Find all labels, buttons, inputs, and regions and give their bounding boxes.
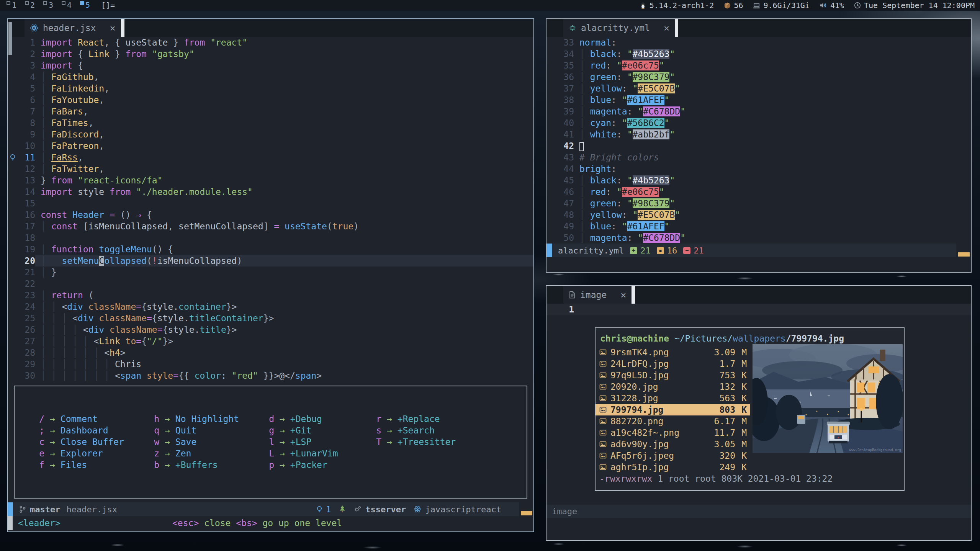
- file-size: 249: [719, 461, 735, 473]
- code-line[interactable]: 43 # Bright colors: [546, 152, 971, 163]
- code-line[interactable]: 15: [8, 198, 533, 209]
- code-line[interactable]: 40 │ cyan: "#56B6C2": [546, 117, 971, 129]
- close-icon[interactable]: ×: [620, 289, 626, 301]
- file-row[interactable]: 97q9L5D.jpg 753 K: [596, 370, 750, 381]
- workspace-button[interactable]: 1: [3, 0, 21, 11]
- file-row[interactable]: a19c482f~.png 11.7 M: [596, 427, 750, 438]
- code-line[interactable]: 36 │ green: "#98C379": [546, 71, 971, 83]
- code-line[interactable]: 11 │ FaRss,: [8, 152, 533, 163]
- code-line[interactable]: 41 │ white: "#abb2bf": [546, 129, 971, 140]
- react-icon: [30, 24, 38, 32]
- code-line[interactable]: 16 const Header = () ⇒ {: [8, 209, 533, 221]
- whichkey-label: Comment: [61, 414, 98, 424]
- close-icon[interactable]: ×: [110, 23, 115, 34]
- code-line[interactable]: 6 │ FaYoutube,: [8, 94, 533, 106]
- code-line[interactable]: 33 normal:: [546, 37, 971, 48]
- code-line[interactable]: 45 │ black: "#4b5263": [546, 175, 971, 186]
- code-line[interactable]: 9 │ FaDiscord,: [8, 129, 533, 140]
- code-line[interactable]: 24 │ │ <div className={style.container}>: [8, 301, 533, 312]
- statusbar-module-text: Tue September 14 12:00PM: [864, 1, 975, 10]
- file-row[interactable]: 20920.jpg 132 K: [596, 381, 750, 392]
- line-number: 13: [18, 175, 35, 186]
- statusbar-module[interactable]: 5.14.2-arch1-2: [640, 1, 714, 10]
- code-line[interactable]: 1: [546, 304, 971, 315]
- close-icon[interactable]: ×: [664, 23, 669, 34]
- svg-text:www.DesktopBackground.org: www.DesktopBackground.org: [849, 448, 901, 452]
- file-row[interactable]: 882720.png 6.17 M: [596, 415, 750, 427]
- code-line[interactable]: 34 │ black: "#4b5263": [546, 48, 971, 60]
- code-line[interactable]: 47 │ green: "#98C379": [546, 198, 971, 209]
- code-line[interactable]: 1 import React, { useState } from "react…: [8, 37, 533, 48]
- code-line[interactable]: 14 import style from "./header.module.le…: [8, 186, 533, 198]
- workspace-button[interactable]: 3: [40, 0, 58, 11]
- code-line[interactable]: 39 │ magenta: "#C678DD": [546, 106, 971, 117]
- whichkey-entry: l → +LSP: [264, 436, 338, 448]
- code-line[interactable]: 38 │ blue: "#61AFEF": [546, 94, 971, 106]
- line-text: bright:: [574, 163, 971, 175]
- code-line[interactable]: 8 │ FaTimes,: [8, 117, 533, 129]
- code-line[interactable]: 46 │ red: "#e06c75": [546, 186, 971, 198]
- code-line[interactable]: 50 │ magenta: "#C678DD": [546, 232, 971, 244]
- statusbar-module[interactable]: Tue September 14 12:00PM: [854, 1, 975, 10]
- code-line[interactable]: 48 │ yellow: "#E5C07B": [546, 209, 971, 221]
- file-row[interactable]: 799794.jpg 803 K: [596, 404, 750, 415]
- package-icon: [724, 2, 731, 9]
- file-row[interactable]: 9rsmTK4.png 3.09 M: [596, 347, 750, 358]
- code-line[interactable]: 10 │ FaPatreon,: [8, 140, 533, 152]
- code-line[interactable]: 35 │ red: "#e06c75": [546, 60, 971, 71]
- line-text: import {: [35, 60, 533, 71]
- code-line[interactable]: 17 │ const [isMenuCollapsed, setMenuColl…: [8, 221, 533, 232]
- workspace-button[interactable]: 5: [77, 0, 95, 11]
- file-row[interactable]: AFq5r6j.jpeg 320 K: [596, 450, 750, 461]
- code-line[interactable]: 25 │ │ │ <div className={style.titleCont…: [8, 312, 533, 324]
- code-line[interactable]: 26 │ │ │ │ <div className={style.title}>: [8, 324, 533, 335]
- code-line[interactable]: 7 │ FaBars,: [8, 106, 533, 117]
- code-line[interactable]: 18: [8, 232, 533, 244]
- file-size: 11.7: [714, 427, 735, 438]
- tabline: image ×: [546, 286, 971, 304]
- code-line[interactable]: 4 │ FaGithub,: [8, 71, 533, 83]
- code-line[interactable]: 2 import { Link } from "gatsby": [8, 48, 533, 60]
- tab-header-jsx[interactable]: header.jsx ×: [25, 19, 121, 37]
- file-size-unit: M: [735, 415, 747, 427]
- arrow-right-icon: →: [387, 425, 392, 435]
- code-line[interactable]: 44 bright:: [546, 163, 971, 175]
- code-line[interactable]: 12 │ FaTwitter,: [8, 163, 533, 175]
- line-number: 1: [18, 37, 35, 48]
- code-line[interactable]: 13 } from "react-icons/fa": [8, 175, 533, 186]
- code-line[interactable]: 3 import {: [8, 60, 533, 71]
- workspace-button[interactable]: 4: [58, 0, 77, 11]
- code-line[interactable]: 5 │ FaLinkedin,: [8, 83, 533, 94]
- code-line[interactable]: 27 │ │ │ │ │ <Link to={"/"}>: [8, 335, 533, 347]
- file-row[interactable]: 31228.jpg 563 K: [596, 392, 750, 404]
- code-line[interactable]: 28 │ │ │ │ │ │ <h4>: [8, 347, 533, 358]
- code-line[interactable]: 22: [8, 278, 533, 289]
- workspace-button[interactable]: 2: [21, 0, 40, 11]
- file-row[interactable]: 24LrDFQ.jpg 1.7 M: [596, 358, 750, 370]
- whichkey-key: ;: [34, 425, 44, 435]
- file-row[interactable]: aghr5Ip.jpg 249 K: [596, 461, 750, 473]
- code-line[interactable]: 21 │ }: [8, 267, 533, 278]
- code-line[interactable]: 20 │ setMenuCollapsed(!isMenuCollapsed): [8, 255, 533, 267]
- code-line[interactable]: 19 │ function toggleMenu() {: [8, 244, 533, 255]
- tab-alacritty-yml[interactable]: alacritty.yml ×: [563, 19, 675, 37]
- statusbar-module[interactable]: 56: [724, 1, 743, 10]
- code-line[interactable]: 37 │ yellow: "#E5C07B": [546, 83, 971, 94]
- git-branch[interactable]: master: [19, 505, 60, 514]
- code-line[interactable]: 29 │ │ │ │ │ │ │ Chris: [8, 358, 533, 370]
- file-name: 31228.jpg: [610, 392, 658, 404]
- code-line[interactable]: 42: [546, 140, 971, 152]
- file-row[interactable]: ad6v90y.jpg 3.05 M: [596, 438, 750, 450]
- line-text: │ FaRss,: [35, 152, 533, 163]
- file-size-unit: K: [735, 370, 747, 381]
- terminal-cursor: [121, 19, 124, 37]
- statusbar-module[interactable]: 9.6Gi/31Gi: [753, 1, 809, 10]
- code-line[interactable]: 30 │ │ │ │ │ │ │ <span style={{ color: "…: [8, 370, 533, 381]
- scrollbar-thumb[interactable]: [8, 22, 12, 55]
- tab-image[interactable]: image ×: [563, 286, 632, 304]
- statusbar-module[interactable]: 41%: [820, 1, 844, 10]
- layout-symbol[interactable]: []=: [101, 1, 115, 10]
- code-line[interactable]: 49 │ blue: "#61AFEF": [546, 221, 971, 232]
- diagnostics-count[interactable]: 1: [316, 505, 331, 514]
- code-line[interactable]: 23 │ return (: [8, 289, 533, 301]
